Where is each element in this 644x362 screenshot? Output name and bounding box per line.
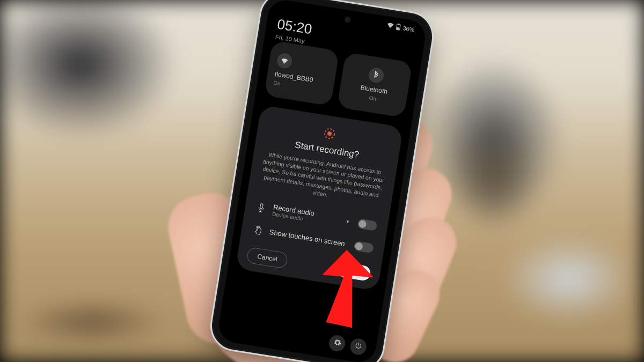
qs-tile-label: Bluetooth [360, 83, 388, 95]
touch-icon [252, 224, 264, 235]
toggle-record-audio[interactable] [357, 218, 377, 231]
svg-rect-2 [397, 27, 399, 29]
record-icon [320, 124, 339, 142]
screen-record-dialog: Start recording? While you're recording,… [236, 105, 404, 291]
bluetooth-icon [368, 66, 385, 83]
toggle-show-touches[interactable] [354, 240, 374, 253]
cancel-button[interactable]: Cancel [246, 246, 289, 268]
svg-rect-1 [398, 23, 399, 24]
power-button[interactable] [349, 337, 367, 356]
mic-icon [255, 202, 268, 213]
chevron-down-icon[interactable]: ▾ [346, 218, 350, 225]
settings-button[interactable] [328, 334, 346, 352]
svg-rect-5 [260, 203, 263, 209]
qs-header: 05:20 Fri, 10 May [275, 16, 313, 45]
battery-percent: 36% [402, 25, 415, 33]
qs-tile-sub: On [369, 94, 377, 101]
power-icon [354, 341, 363, 352]
wifi-icon [276, 51, 293, 69]
gear-icon [332, 337, 342, 349]
qs-tiles: tlowod_BBB0 On Bluetooth On [264, 40, 413, 117]
wifi-icon [386, 22, 394, 29]
qs-tile-wifi[interactable]: tlowod_BBB0 On [264, 40, 340, 106]
battery-icon [396, 23, 401, 31]
qs-tile-bluetooth[interactable]: Bluetooth On [337, 51, 413, 117]
start-button[interactable]: Start [336, 261, 371, 281]
svg-point-4 [327, 131, 332, 136]
